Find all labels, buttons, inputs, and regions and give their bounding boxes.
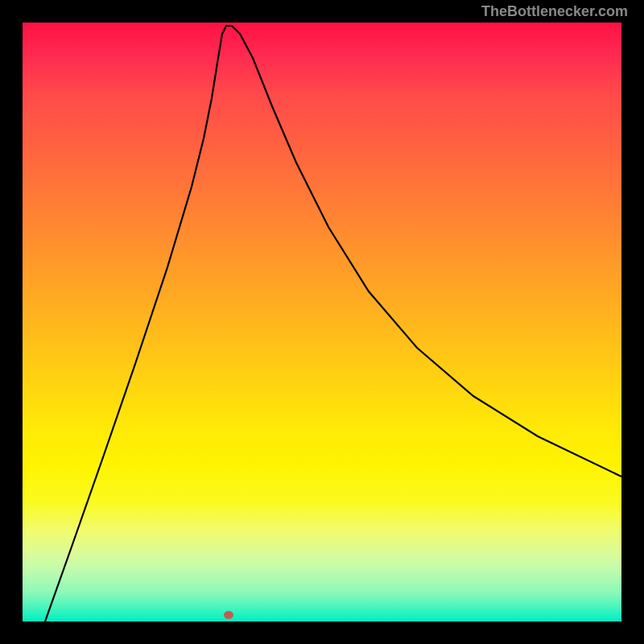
bottleneck-curve xyxy=(23,23,621,621)
minimum-marker xyxy=(224,611,233,619)
watermark-text: TheBottlenecker.com xyxy=(481,3,628,20)
plot-area xyxy=(23,23,621,621)
